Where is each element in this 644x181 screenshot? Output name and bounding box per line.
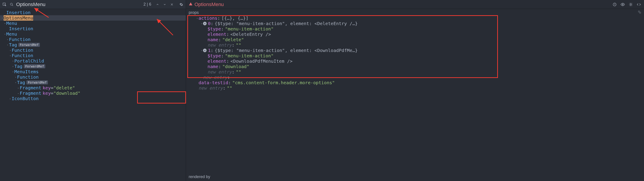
debug-icon[interactable]	[628, 2, 633, 7]
svg-rect-10	[638, 11, 640, 12]
tree-node[interactable]: Menu	[0, 31, 186, 37]
prop-caret-icon[interactable]	[200, 22, 203, 25]
tree-caret-icon[interactable]	[9, 98, 12, 100]
prop-key: 1	[208, 48, 211, 53]
tree-attr-key: key	[42, 85, 51, 90]
tree-attr-value: "delete"	[54, 85, 75, 90]
tree-caret-icon[interactable]	[9, 54, 12, 57]
tree-node-name: Function	[9, 37, 30, 42]
tree-caret-icon[interactable]	[6, 44, 9, 46]
eye-icon[interactable]	[620, 2, 625, 7]
tree-node-name: Fragment	[20, 85, 41, 90]
tree-caret-icon[interactable]	[12, 70, 14, 73]
tree-node-name: Tag	[9, 42, 17, 48]
rendered-by-section: rendered by	[186, 173, 644, 181]
tree-caret-icon[interactable]	[14, 81, 17, 84]
tree-caret-icon[interactable]	[6, 38, 9, 41]
prop-placeholder[interactable]: new entry	[208, 42, 232, 48]
prop-key: element	[208, 58, 226, 64]
prop-row[interactable]: new entry:	[186, 74, 644, 80]
tree-attr-key: key	[42, 90, 51, 96]
close-icon[interactable]	[169, 2, 174, 7]
hoc-badge: ForwardRef	[24, 64, 45, 68]
tree-caret-icon[interactable]	[14, 76, 17, 78]
prop-summary: {$type: "menu-item-action", element: <De…	[215, 21, 358, 26]
tree-caret-icon[interactable]	[1, 17, 4, 19]
props-section-header: props	[186, 10, 644, 16]
prop-value[interactable]: ""	[227, 85, 232, 91]
tree-node-name: IconButton	[12, 96, 38, 101]
prop-row[interactable]: $type: "menu-item-action"	[186, 26, 644, 32]
tree-caret-icon[interactable]	[17, 87, 20, 89]
hoc-badge: ForwardRef	[18, 43, 40, 47]
tree-node[interactable]: Function	[0, 48, 186, 53]
prop-row[interactable]: new entry: ""	[186, 69, 644, 74]
suspend-icon[interactable]	[612, 2, 617, 7]
delete-entry-icon[interactable]: ✕	[203, 48, 206, 52]
prop-row[interactable]: name: "download"	[186, 64, 644, 69]
prop-placeholder[interactable]: new entry	[208, 69, 232, 74]
prop-placeholder[interactable]: new entry	[203, 74, 227, 80]
tree-node[interactable]: Function	[0, 74, 186, 80]
tree-caret-icon[interactable]	[12, 65, 14, 68]
gear-icon[interactable]	[178, 2, 184, 7]
tree-node[interactable]: Insertion	[0, 26, 186, 31]
prop-row[interactable]: ✕0: {$type: "menu-item-action", element:…	[186, 21, 644, 26]
prop-row[interactable]: element: <DownloadPdfMenuItem />	[186, 58, 644, 64]
prop-value[interactable]: "menu-item-action"	[225, 26, 274, 32]
prev-result-icon[interactable]	[155, 2, 160, 7]
tree-node[interactable]: IconButton	[0, 96, 186, 101]
tree-node[interactable]: Function	[0, 37, 186, 42]
prop-row[interactable]: new entry: ""	[186, 85, 644, 91]
prop-row[interactable]: name: "delete"	[186, 37, 644, 42]
tree-node[interactable]: TagForwardRef	[0, 42, 186, 48]
tree-node[interactable]: TagForwardRef	[0, 80, 186, 85]
prop-key: $type	[208, 26, 221, 32]
tree-node[interactable]: Menu	[0, 20, 186, 26]
tree-node[interactable]: MenuItems	[0, 69, 186, 74]
tree-node[interactable]: PortalChild	[0, 58, 186, 64]
tree-caret-icon[interactable]	[4, 22, 6, 25]
prop-key: $type	[208, 53, 221, 58]
next-result-icon[interactable]	[162, 2, 168, 7]
tree-node-name: MenuItems	[14, 69, 38, 74]
prop-row[interactable]: actions: [{…}, {…}]	[186, 16, 644, 21]
tree-caret-icon[interactable]	[4, 33, 6, 36]
tree-caret-icon[interactable]	[17, 92, 20, 94]
prop-row[interactable]: element: <DeleteEntry />	[186, 32, 644, 37]
prop-value[interactable]: ""	[236, 69, 241, 74]
tree-node[interactable]: TagForwardRef	[0, 64, 186, 69]
prop-placeholder[interactable]: new entry	[198, 85, 223, 91]
copy-to-clipboard-icon[interactable]	[638, 10, 641, 15]
svg-point-1	[10, 3, 12, 5]
search-input[interactable]	[16, 2, 142, 8]
prop-value[interactable]: "cms.content-form.header.more-options"	[232, 80, 335, 85]
tree-caret-icon[interactable]	[12, 60, 14, 62]
prop-row[interactable]: ✕1: {$type: "menu-item-action", element:…	[186, 48, 644, 53]
prop-value[interactable]: ""	[236, 42, 241, 48]
component-tree[interactable]: InsertionOptionsMenuMenuInsertionMenuFun…	[0, 9, 186, 181]
prop-value[interactable]: "delete"	[222, 37, 244, 42]
prop-value[interactable]: "download"	[222, 64, 249, 69]
search-result-count: 2 | 6	[144, 2, 151, 7]
select-element-icon[interactable]	[2, 2, 7, 7]
prop-value[interactable]: "menu-item-action"	[225, 53, 274, 58]
tree-node[interactable]: Fragmentkey="delete"	[0, 85, 186, 90]
prop-row[interactable]: new entry: ""	[186, 42, 644, 48]
source-icon[interactable]	[636, 2, 641, 7]
prop-key: data-testid	[198, 80, 228, 85]
prop-caret-icon[interactable]	[200, 49, 203, 52]
prop-row[interactable]: data-testid: "cms.content-form.header.mo…	[186, 80, 644, 85]
prop-value[interactable]: <DeleteEntry />	[230, 32, 271, 37]
tree-node[interactable]: OptionsMenu	[0, 15, 186, 20]
prop-row[interactable]: $type: "menu-item-action"	[186, 53, 644, 58]
tree-node-name: Fragment	[20, 90, 41, 96]
svg-point-8	[622, 4, 624, 5]
tree-node[interactable]: Function	[0, 53, 186, 58]
delete-entry-icon[interactable]: ✕	[203, 22, 206, 25]
tree-node[interactable]: Insertion	[0, 10, 186, 15]
tree-node[interactable]: Fragmentkey="download"	[0, 90, 186, 96]
prop-caret-icon[interactable]	[196, 17, 198, 20]
tree-caret-icon[interactable]	[9, 49, 12, 52]
prop-value[interactable]: <DownloadPdfMenuItem />	[230, 58, 292, 64]
